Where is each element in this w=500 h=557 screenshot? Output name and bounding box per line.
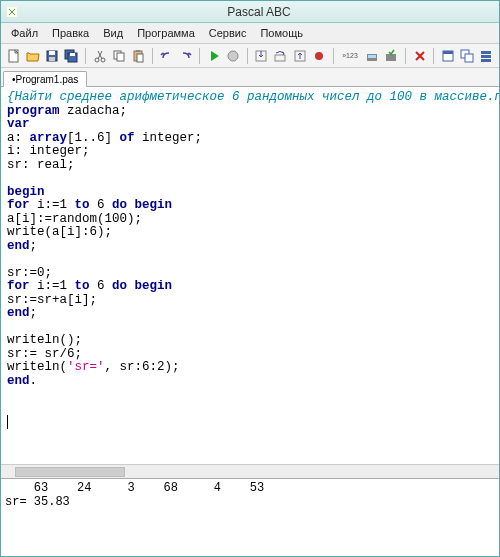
- code-text: zadacha;: [60, 104, 128, 118]
- code-text: writeln(: [7, 360, 67, 374]
- code-text: sr: real;: [7, 158, 75, 172]
- kw-array: array: [30, 131, 68, 145]
- output-line: sr= 35.83: [5, 495, 70, 509]
- step-into-button[interactable]: [253, 47, 270, 65]
- kw-do: do: [112, 279, 127, 293]
- file-tab[interactable]: •Program1.pas: [3, 71, 87, 87]
- code-text: i:=1: [30, 198, 75, 212]
- breakpoint-button[interactable]: [310, 47, 327, 65]
- separator: [152, 48, 153, 64]
- separator: [433, 48, 434, 64]
- kw-for: for: [7, 279, 30, 293]
- code-text: 6: [90, 198, 113, 212]
- copy-button[interactable]: [110, 47, 127, 65]
- code-text: a[i]:=random(100);: [7, 212, 142, 226]
- paste-button[interactable]: [129, 47, 146, 65]
- undo-button[interactable]: [158, 47, 175, 65]
- menubar: Файл Правка Вид Программа Сервис Помощь: [1, 23, 499, 44]
- code-text: , sr:6:2);: [105, 360, 180, 374]
- output-panel: 63 24 3 68 4 53 sr= 35.83: [1, 478, 499, 556]
- step-out-button[interactable]: [291, 47, 308, 65]
- new-file-button[interactable]: [5, 47, 22, 65]
- text-cursor: [7, 415, 8, 429]
- kw-for: for: [7, 198, 30, 212]
- tabbar: •Program1.pas: [1, 68, 499, 87]
- menu-file[interactable]: Файл: [5, 25, 44, 41]
- separator: [199, 48, 200, 64]
- window-1-button[interactable]: [439, 47, 456, 65]
- open-file-button[interactable]: [24, 47, 41, 65]
- svg-rect-3: [49, 51, 55, 55]
- menu-help[interactable]: Помощь: [254, 25, 309, 41]
- save-button[interactable]: [44, 47, 61, 65]
- kw-program: program: [7, 104, 60, 118]
- separator: [247, 48, 248, 64]
- window-list-button[interactable]: [478, 47, 495, 65]
- kw-var: var: [7, 117, 30, 131]
- svg-rect-14: [137, 54, 143, 62]
- menu-view[interactable]: Вид: [97, 25, 129, 41]
- menu-program[interactable]: Программа: [131, 25, 201, 41]
- toolbar: »123: [1, 44, 499, 68]
- save-all-button[interactable]: [63, 47, 80, 65]
- code-text: i:=1: [30, 279, 75, 293]
- svg-point-9: [101, 58, 105, 62]
- compile-button[interactable]: [363, 47, 380, 65]
- kw-begin: begin: [135, 279, 173, 293]
- svg-rect-29: [481, 59, 491, 62]
- scrollbar-thumb[interactable]: [15, 467, 125, 477]
- kw-do: do: [112, 198, 127, 212]
- horizontal-scrollbar[interactable]: [1, 464, 499, 478]
- stop-button[interactable]: [224, 47, 241, 65]
- menu-service[interactable]: Сервис: [203, 25, 253, 41]
- code-text: .: [30, 374, 38, 388]
- svg-rect-27: [481, 51, 491, 54]
- run-button[interactable]: [205, 47, 222, 65]
- redo-button[interactable]: [177, 47, 194, 65]
- window-title: Pascal ABC: [23, 5, 495, 19]
- svg-rect-21: [368, 55, 376, 58]
- svg-rect-24: [443, 51, 453, 54]
- app-icon: [5, 5, 19, 19]
- svg-point-15: [228, 51, 238, 61]
- separator: [333, 48, 334, 64]
- close-button[interactable]: [411, 47, 428, 65]
- menu-edit[interactable]: Правка: [46, 25, 95, 41]
- app-window: Pascal ABC Файл Правка Вид Программа Сер…: [0, 0, 500, 557]
- kw-to: to: [75, 279, 90, 293]
- kw-to: to: [75, 198, 90, 212]
- code-text: sr:= sr/6;: [7, 347, 82, 361]
- svg-rect-4: [49, 57, 55, 61]
- kw-end: end: [7, 239, 30, 253]
- svg-rect-13: [136, 50, 140, 52]
- cut-button[interactable]: [91, 47, 108, 65]
- kw-end: end: [7, 306, 30, 320]
- check-button[interactable]: [383, 47, 400, 65]
- kw-end: end: [7, 374, 30, 388]
- code-text: ;: [30, 306, 38, 320]
- code-text: integer;: [135, 131, 203, 145]
- code-text: [1..6]: [67, 131, 120, 145]
- kw-begin: begin: [7, 185, 45, 199]
- code-text: 6: [90, 279, 113, 293]
- code-text: write(a[i]:6);: [7, 225, 112, 239]
- kw-begin: begin: [135, 198, 173, 212]
- svg-rect-7: [70, 53, 75, 56]
- code-text: ;: [30, 239, 38, 253]
- window-2-button[interactable]: [458, 47, 475, 65]
- svg-point-19: [315, 52, 323, 60]
- svg-rect-17: [275, 55, 285, 61]
- code-text: i: integer;: [7, 144, 90, 158]
- code-text: [127, 279, 135, 293]
- watch-button[interactable]: »123: [339, 47, 362, 65]
- code-text: a:: [7, 131, 30, 145]
- separator: [405, 48, 406, 64]
- svg-rect-26: [465, 54, 473, 62]
- kw-of: of: [120, 131, 135, 145]
- code-text: sr:=sr+a[i];: [7, 293, 97, 307]
- step-over-button[interactable]: [272, 47, 289, 65]
- svg-rect-28: [481, 55, 491, 58]
- separator: [85, 48, 86, 64]
- output-line: 63 24 3 68 4 53: [5, 481, 264, 495]
- code-editor[interactable]: {Найти среднее арифметическое 6 рандомны…: [1, 87, 499, 464]
